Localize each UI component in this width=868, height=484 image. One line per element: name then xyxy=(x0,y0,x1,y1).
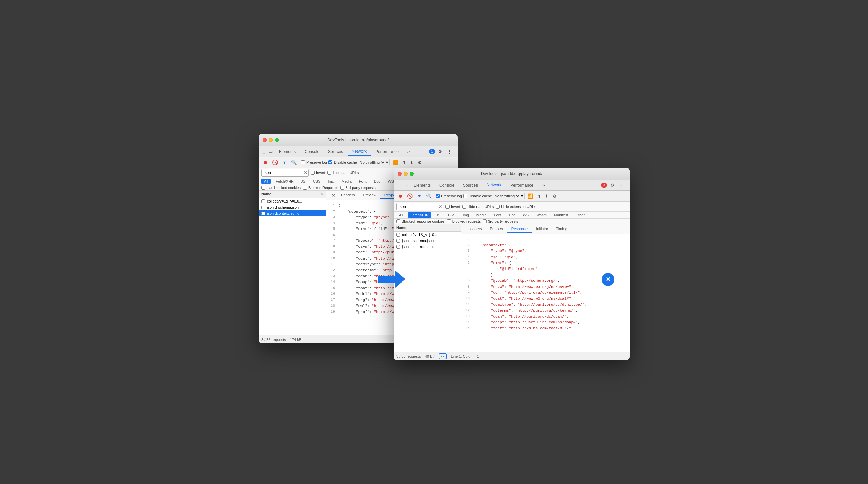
tab-console-back[interactable]: Console xyxy=(300,148,323,155)
invert-checkbox-front[interactable] xyxy=(445,205,450,209)
download-icon-back[interactable]: ⬇ xyxy=(409,159,415,166)
devtools-inspect-icon[interactable]: ⌶ xyxy=(261,148,267,155)
filter-css-front[interactable]: CSS xyxy=(445,212,458,218)
hide-ext-urls-label-front[interactable]: Hide extension URLs xyxy=(496,205,536,209)
hide-ext-urls-checkbox-front[interactable] xyxy=(496,205,500,209)
tab-timing-front[interactable]: Timing xyxy=(552,225,571,233)
tab-preview-front[interactable]: Preview xyxy=(486,225,507,233)
preserve-log-label-back[interactable]: Preserve log xyxy=(301,160,327,164)
file-checkbox-collect-front[interactable] xyxy=(396,233,400,237)
tab-elements-back[interactable]: Elements xyxy=(275,148,300,155)
preserve-log-label-front[interactable]: Preserve log xyxy=(436,194,462,198)
tab-network-front[interactable]: Network xyxy=(483,181,505,189)
settings2-icon-back[interactable]: ⚙ xyxy=(416,159,423,166)
filter-img-back[interactable]: Img xyxy=(325,179,337,184)
hide-data-urls-label-back[interactable]: Hide data URLs xyxy=(327,171,359,175)
file-item-jsonldcontext-back[interactable]: jsonldcontext.jsonld xyxy=(259,210,326,216)
tab-preview-back[interactable]: Preview xyxy=(359,192,380,199)
filter-font-back[interactable]: Font xyxy=(356,179,369,184)
back-close-panel-btn[interactable]: ✕ xyxy=(320,192,323,196)
settings-icon-front[interactable]: ⚙ xyxy=(609,182,616,188)
third-party-checkbox-front[interactable] xyxy=(483,219,487,223)
minimize-button-front[interactable] xyxy=(404,172,408,176)
tab-elements-front[interactable]: Elements xyxy=(410,182,435,189)
file-checkbox-collect-back[interactable] xyxy=(261,199,265,203)
third-party-label-back[interactable]: 3rd-party requests xyxy=(340,186,376,190)
filter-fetch-xhr-back[interactable]: Fetch/XHR xyxy=(273,179,296,184)
devtools-device-icon-front[interactable]: ▭ xyxy=(402,182,409,188)
file-checkbox-context-front[interactable] xyxy=(396,245,400,249)
disable-cache-label-back[interactable]: Disable cache xyxy=(328,160,357,164)
filter-doc-front[interactable]: Doc xyxy=(506,212,518,218)
throttle-select-front[interactable]: No throttling xyxy=(493,194,520,198)
filter-ws-front[interactable]: WS xyxy=(520,212,531,218)
blocked-req-label-front[interactable]: Blocked requests xyxy=(447,219,481,223)
filter-wasm-front[interactable]: Wasm xyxy=(533,212,549,218)
file-checkbox-schema-front[interactable] xyxy=(396,239,400,243)
file-item-collect-front[interactable]: collect?v=1&_v=j10... xyxy=(394,232,461,238)
tab-more-front[interactable]: ›› xyxy=(538,182,549,189)
filter-fetch-xhr-front[interactable]: Fetch/XHR xyxy=(408,212,431,218)
tab-headers-back[interactable]: Headers xyxy=(337,192,359,199)
settings2-icon-front[interactable]: ⚙ xyxy=(551,193,558,199)
search-clear-back[interactable]: ✕ xyxy=(303,170,308,175)
filter-media-back[interactable]: Media xyxy=(339,179,354,184)
file-item-jsonldcontext-front[interactable]: jsonldcontext.jsonld xyxy=(394,244,461,250)
tab-headers-front[interactable]: Headers xyxy=(464,225,486,233)
blocked-req-checkbox-back[interactable] xyxy=(303,186,307,190)
search-input-back[interactable] xyxy=(261,169,309,177)
tab-performance-front[interactable]: Performance xyxy=(506,182,538,189)
third-party-label-front[interactable]: 3rd-party requests xyxy=(483,219,518,223)
filter-manifest-front[interactable]: Manifest xyxy=(551,212,571,218)
filter-all-front[interactable]: All xyxy=(396,212,406,218)
minimize-button-back[interactable] xyxy=(269,138,273,142)
filter-doc-back[interactable]: Doc xyxy=(371,179,383,184)
filter-js-front[interactable]: JS xyxy=(433,212,443,218)
filter-other-front[interactable]: Other xyxy=(573,212,587,218)
devtools-device-icon[interactable]: ▭ xyxy=(267,148,274,155)
disable-cache-checkbox-front[interactable] xyxy=(463,194,467,198)
tab-network-back[interactable]: Network xyxy=(348,147,371,156)
devtools-inspect-icon-front[interactable]: ⌶ xyxy=(396,182,402,188)
filter-media-front[interactable]: Media xyxy=(474,212,489,218)
download-icon-front[interactable]: ⬇ xyxy=(544,193,550,199)
tab-performance-back[interactable]: Performance xyxy=(371,148,403,155)
record-btn-back[interactable]: ⏺ xyxy=(261,158,269,166)
throttle-control-back[interactable]: No throttling ▾ xyxy=(358,160,388,165)
blocked-req-label-back[interactable]: Blocked Requests xyxy=(303,186,338,190)
disable-cache-label-front[interactable]: Disable cache xyxy=(463,194,492,198)
invert-checkbox-back[interactable] xyxy=(311,171,315,175)
hide-data-urls-checkbox-front[interactable] xyxy=(462,205,466,209)
json-format-badge[interactable]: {} xyxy=(439,353,447,359)
upload-icon-front[interactable]: ⬆ xyxy=(536,193,542,199)
preserve-log-checkbox-back[interactable] xyxy=(301,160,305,164)
has-blocked-label-back[interactable]: Has blocked cookies xyxy=(261,186,301,190)
tab-initiator-front[interactable]: Initiator xyxy=(532,225,552,233)
back-close-subtabs-btn[interactable]: ✕ xyxy=(330,192,337,199)
close-button-front[interactable] xyxy=(398,172,402,176)
blocked-resp-checkbox-front[interactable] xyxy=(396,219,400,223)
blocked-req-checkbox-front[interactable] xyxy=(447,219,451,223)
hide-data-urls-label-front[interactable]: Hide data URLs xyxy=(462,205,494,209)
search-icon-front[interactable]: 🔍 xyxy=(425,192,433,200)
filter-font-front[interactable]: Font xyxy=(491,212,504,218)
disable-cache-checkbox-back[interactable] xyxy=(328,160,332,164)
tab-sources-front[interactable]: Sources xyxy=(459,182,482,189)
filter-js-back[interactable]: JS xyxy=(298,179,308,184)
search-input-front[interactable] xyxy=(396,203,443,210)
hide-data-urls-checkbox-back[interactable] xyxy=(327,171,331,175)
file-item-jsonld-schema-front[interactable]: jsonld-schema.json xyxy=(394,238,461,244)
tab-console-front[interactable]: Console xyxy=(435,182,458,189)
clear-btn-front[interactable]: 🚫 xyxy=(406,192,414,200)
more-icon-front[interactable]: ⋮ xyxy=(618,182,625,188)
third-party-checkbox-back[interactable] xyxy=(340,186,344,190)
close-button-back[interactable] xyxy=(263,138,267,142)
more-icon-back[interactable]: ⋮ xyxy=(446,148,453,155)
preserve-log-checkbox-front[interactable] xyxy=(436,194,440,198)
record-btn-front[interactable]: ⏺ xyxy=(396,192,404,200)
tab-sources-back[interactable]: Sources xyxy=(324,148,347,155)
file-item-jsonld-schema-back[interactable]: jsonld-schema.json xyxy=(259,204,326,210)
upload-icon-back[interactable]: ⬆ xyxy=(401,159,407,166)
tab-more-back[interactable]: ›› xyxy=(403,148,414,155)
filter-all-back[interactable]: All xyxy=(261,179,271,184)
